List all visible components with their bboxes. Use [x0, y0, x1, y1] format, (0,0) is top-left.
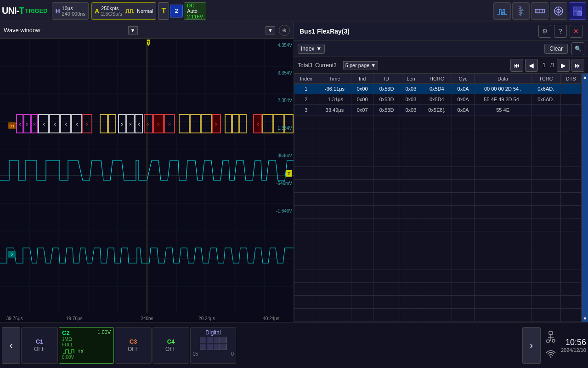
svg-text:T: T [147, 40, 150, 45]
col-hcrc: HCRC [422, 74, 452, 84]
empty-cell-8 [531, 193, 561, 206]
next-page-button[interactable]: ▶ [557, 59, 570, 72]
cursor-icon[interactable]: A B [512, 2, 530, 20]
cell-4: 0x03 [400, 94, 422, 105]
ch2-badge[interactable]: 2 [170, 5, 183, 17]
a-normal-label: Normal [137, 8, 153, 14]
empty-cell-5 [422, 115, 452, 128]
scroll-down-arrow[interactable]: ▼ [583, 316, 588, 321]
empty-cell-0 [294, 206, 318, 218]
wave-dropdown-left[interactable]: ▼ [128, 26, 138, 34]
wave-header: Wave window ▼ ▼ ⊕ [0, 22, 294, 39]
wave-zoom-icon[interactable]: ⊕ [279, 25, 290, 36]
empty-cell-6 [452, 218, 474, 231]
empty-cell-6 [452, 244, 474, 257]
cell-8: 0x6AD. [531, 84, 561, 94]
empty-cell-0 [294, 154, 318, 167]
empty-cell-0 [294, 218, 318, 231]
a-group[interactable]: A 250kpts 2.5GSa/s Normal [91, 2, 156, 20]
table-row[interactable]: 333.49μs0x070x53D0x030x5E8[.0x0A55 4E [294, 105, 582, 115]
svg-rect-14 [578, 7, 582, 11]
svg-text:x: x [147, 122, 150, 126]
empty-cell-7 [475, 141, 531, 154]
table-row-empty [294, 115, 582, 128]
empty-cell-5 [422, 141, 452, 154]
empty-cell-3 [373, 115, 400, 128]
empty-cell-4 [400, 244, 422, 257]
col-time: Time [318, 74, 351, 84]
fft-icon[interactable] [550, 2, 567, 20]
svg-text:-19.76μs: -19.76μs [64, 316, 82, 321]
c3-block[interactable]: C3 OFF [115, 327, 152, 364]
svg-point-106 [552, 339, 555, 342]
empty-cell-8 [531, 218, 561, 231]
h-group[interactable]: H 10μs 240.000ns [52, 2, 89, 20]
svg-text:x: x [76, 122, 78, 126]
left-nav-button[interactable]: ‹ [2, 327, 20, 364]
perpage-value: 5 per page [345, 63, 370, 68]
table-row-empty [294, 283, 582, 296]
empty-cell-5 [422, 193, 452, 206]
right-nav-button[interactable]: › [522, 327, 541, 364]
volt-val: 2.116V [187, 14, 203, 19]
empty-cell-8 [531, 257, 561, 270]
help-icon[interactable]: ? [554, 25, 567, 38]
per-page-selector[interactable]: 5 per page ▼ [343, 61, 379, 69]
table-scroll-bar[interactable]: ▲ ▼ [582, 74, 588, 322]
empty-cell-3 [373, 231, 400, 244]
table-row[interactable]: 2-1.31μs0x000x53D0x030x5D40x0A55 4E 49 2… [294, 94, 582, 105]
empty-cell-6 [452, 180, 474, 193]
empty-cell-5 [422, 296, 452, 309]
col-data: Data [475, 74, 531, 84]
c4-block[interactable]: C4 OFF [153, 327, 189, 364]
prev-page-button[interactable]: ◀ [525, 59, 538, 72]
t-label[interactable]: T [158, 2, 169, 20]
table-row-empty [294, 218, 582, 231]
empty-cell-0 [294, 128, 318, 141]
measure-icon[interactable] [531, 2, 548, 20]
waveform-measure-icon[interactable] [493, 2, 511, 20]
wave-dropdown-right[interactable]: ▼ [266, 26, 275, 34]
c2-block[interactable]: C2 1.00V 1MΩ FULL 1X 0.00V [59, 327, 114, 364]
empty-cell-6 [452, 128, 474, 141]
search-icon[interactable]: 🔍 [571, 42, 584, 55]
perpage-dropdown[interactable]: 5 per page ▼ [343, 61, 379, 69]
index-select[interactable]: Index ▼ [298, 44, 325, 54]
settings-icon[interactable]: ⚙ [538, 25, 551, 38]
index-dropdown-arrow: ▼ [316, 46, 322, 52]
c1-block[interactable]: C1 OFF [21, 327, 58, 364]
cell-0: 1 [294, 84, 318, 94]
total-label: Total3 [298, 62, 312, 69]
close-icon[interactable]: ✕ [570, 25, 582, 38]
empty-cell-5 [422, 218, 452, 231]
empty-cell-5 [422, 244, 452, 257]
scroll-up-arrow[interactable]: ▲ [583, 75, 588, 80]
table-row[interactable]: 1-36.11μs0x000x53D0x030x5D40x0A00 00 00 … [294, 84, 582, 94]
empty-cell-7 [475, 270, 531, 283]
cell-7: 55 4E 49 2D 54 . [475, 94, 531, 105]
col-tcrc: TCRC [531, 74, 561, 84]
usb-icon[interactable] [544, 331, 557, 346]
empty-cell-2 [351, 257, 373, 270]
empty-cell-3 [373, 154, 400, 167]
data-header-icons: ⚙ ? ✕ [538, 25, 582, 38]
grid-icon[interactable] [569, 2, 586, 20]
digital-block[interactable]: Digital 15 0 [190, 327, 236, 364]
clear-button[interactable]: Clear [544, 44, 568, 54]
search-bar: Index ▼ Clear 🔍 [294, 40, 588, 57]
first-page-button[interactable]: ⏮ [510, 59, 523, 72]
empty-cell-6 [452, 296, 474, 309]
d-cell-1 [207, 337, 213, 343]
wifi-icon[interactable] [544, 347, 557, 360]
c2-full: FULL [62, 342, 111, 347]
trigger-dc-group[interactable]: DC Auto 2.116V [184, 2, 206, 20]
cell-3: 0x53D [373, 94, 400, 105]
digital-zero: 0 [231, 351, 234, 356]
last-page-button[interactable]: ⏭ [571, 59, 584, 72]
empty-cell-2 [351, 180, 373, 193]
empty-cell-7 [475, 309, 531, 322]
col-len: Len [400, 74, 422, 84]
empty-cell-2 [351, 244, 373, 257]
empty-cell-2 [351, 141, 373, 154]
a-gsa: 2.5GSa/s [101, 11, 122, 17]
